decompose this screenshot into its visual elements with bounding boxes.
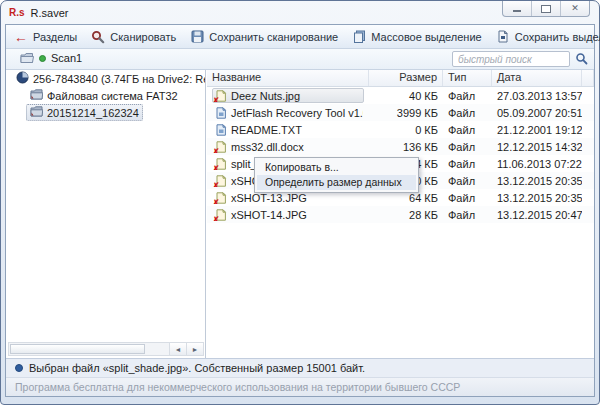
file-name-cell: README.TXT <box>207 122 369 137</box>
main-toolbar: ←РазделыСканироватьСохранить сканировани… <box>6 25 594 49</box>
deleted-file-icon: ✗ <box>215 90 227 102</box>
toolbar-button-save-selected[interactable]: Сохранить выделенное <box>496 30 600 44</box>
window-title: R.saver <box>31 7 69 19</box>
file-date-cell: 12.12.2015 14:32:50 <box>492 141 582 153</box>
file-type-cell: Файл <box>443 107 492 119</box>
scroll-right-button[interactable]: ► <box>187 342 204 356</box>
column-header-2[interactable]: Тип <box>443 70 492 86</box>
maximize-icon <box>541 5 551 13</box>
file-list-header: НазваниеРазмерТипДата <box>207 70 594 87</box>
scrollbar-track[interactable] <box>8 342 170 356</box>
scrollbar-thumb[interactable] <box>10 344 145 354</box>
context-menu-item[interactable]: Копировать в... <box>257 160 416 175</box>
file-date-cell: 05.09.2007 20:51:48 <box>492 107 582 119</box>
file-name-cell: ✗mss32.dll.docx <box>207 139 369 154</box>
file-name-cell: ✗Deez Nuts.jpg <box>207 88 369 103</box>
file-name-box: ✗mss32.dll.docx <box>212 139 364 154</box>
file-size-cell: 64 КБ <box>369 192 443 204</box>
tree-item-inner: Файловая система FAT32 <box>26 87 182 104</box>
tree-item[interactable]: 256-7843840 (3.74ГБ на Drive2: Removable… <box>6 70 205 87</box>
maximize-button[interactable] <box>531 1 560 16</box>
search-button[interactable] <box>573 52 589 67</box>
table-row[interactable]: ✗mss32.dll.docx136 КБФайл12.12.2015 14:3… <box>207 138 594 155</box>
deleted-file-icon: ✗ <box>215 158 227 170</box>
table-row[interactable]: ✗Deez Nuts.jpg40 КБФайл27.03.2013 13:57:… <box>207 87 594 104</box>
tree-horizontal-scrollbar[interactable]: ◄ ► <box>8 342 204 356</box>
column-header-0[interactable]: Название <box>207 70 369 86</box>
toolbar-button-save-scan[interactable]: Сохранить сканирование <box>190 30 338 44</box>
scan-tab[interactable]: Scan1 <box>20 51 82 65</box>
table-row[interactable]: ✗xSHOT-14.JPG28 КБФайл13.12.2015 20:47:2… <box>207 206 594 223</box>
file-date-cell: 13.12.2015 20:47:24 <box>492 209 582 221</box>
file-list-panel: НазваниеРазмерТипДата ✗Deez Nuts.jpg40 К… <box>207 70 594 358</box>
deleted-x-mark: ✗ <box>212 182 220 189</box>
deleted-x-mark: ✗ <box>212 148 220 155</box>
scroll-left-button[interactable]: ◄ <box>170 342 187 356</box>
toolbar-button-label: Разделы <box>33 31 77 43</box>
deleted-file-icon: ✗ <box>215 209 227 221</box>
tree-item-label: Файловая система FAT32 <box>47 90 178 102</box>
toolbar-button-mass-select[interactable]: Массовое выделение <box>352 30 481 44</box>
file-type-cell: Файл <box>443 209 492 221</box>
toolbar-button-label: Массовое выделение <box>371 31 481 43</box>
folder-icon <box>30 106 43 119</box>
scan-tab-label: Scan1 <box>51 52 82 64</box>
file-date-cell: 13.12.2015 20:35:18 <box>492 192 582 204</box>
device-tree-panel: 256-7843840 (3.74ГБ на Drive2: Removable… <box>6 70 206 358</box>
copy-pages-icon <box>352 30 366 44</box>
toolbar-button-label: Сохранить выделенное <box>515 31 600 43</box>
toolbar-button-scan[interactable]: Сканировать <box>91 30 176 44</box>
file-name-box: ✗Deez Nuts.jpg <box>212 88 364 103</box>
file-size-cell: 136 КБ <box>369 141 443 153</box>
file-name-box: README.TXT <box>212 122 364 137</box>
tree-item[interactable]: 20151214_162324 <box>6 104 205 121</box>
file-date-cell: 27.03.2013 13:57:20 <box>492 90 582 102</box>
file-list: ✗Deez Nuts.jpg40 КБФайл27.03.2013 13:57:… <box>207 87 594 223</box>
license-text: Программа бесплатна для некоммерческого … <box>15 381 460 393</box>
minimize-button[interactable] <box>503 1 531 16</box>
file-type-cell: Файл <box>443 90 492 102</box>
floppy-icon <box>190 30 204 44</box>
toolbar-button-label: Сканировать <box>110 31 176 43</box>
blue-dot-icon <box>15 364 23 372</box>
column-header-1[interactable]: Размер <box>369 70 443 86</box>
toolbar-button-sections[interactable]: ←Разделы <box>14 30 77 44</box>
table-row[interactable]: JetFlash Recovery Tool v1.0.12.exe3999 К… <box>207 104 594 121</box>
main-area: 256-7843840 (3.74ГБ на Drive2: Removable… <box>6 70 594 358</box>
file-size-cell: 40 КБ <box>369 90 443 102</box>
file-icon <box>215 107 227 119</box>
file-name-label: mss32.dll.docx <box>231 141 304 153</box>
table-row[interactable]: README.TXT0 КБФайл21.12.2001 19:12:36 <box>207 121 594 138</box>
close-icon: ✕ <box>571 4 579 13</box>
back-arrow-icon: ← <box>14 30 28 44</box>
status-bar: Выбран файл «split_shade.jpg». Собственн… <box>6 358 594 377</box>
app-window: R.s R.saver ✕ ←РазделыСканироватьСохрани… <box>0 0 600 405</box>
tree-item-label: 256-7843840 (3.74ГБ на Drive2: Removable… <box>33 73 206 85</box>
scan-folder-icon <box>20 51 34 65</box>
scan-tab-bar: Scan1 <box>6 49 594 70</box>
file-name-label: Deez Nuts.jpg <box>231 90 300 102</box>
file-icon <box>215 124 227 136</box>
search-input[interactable] <box>452 51 570 67</box>
close-button[interactable]: ✕ <box>560 1 589 16</box>
tree-item[interactable]: Файловая система FAT32 <box>6 87 205 104</box>
file-date-cell: 21.12.2001 19:12:36 <box>492 124 582 136</box>
file-size-cell: 3999 КБ <box>369 107 443 119</box>
context-menu: Копировать в...Определить размер данных <box>254 157 419 193</box>
deleted-x-mark: ✗ <box>212 216 220 223</box>
file-name-cell: ✗xSHOT-14.JPG <box>207 207 369 222</box>
context-menu-item[interactable]: Определить размер данных <box>257 175 416 190</box>
file-name-label: JetFlash Recovery Tool v1.0.12.exe <box>231 107 364 119</box>
deleted-file-icon: ✗ <box>215 175 227 187</box>
drive-icon <box>16 71 29 86</box>
deleted-file-icon: ✗ <box>215 192 227 204</box>
column-header-3[interactable]: Дата <box>492 70 582 86</box>
file-type-cell: Файл <box>443 124 492 136</box>
file-size-cell: 28 КБ <box>369 209 443 221</box>
file-name-label: README.TXT <box>231 124 302 136</box>
file-date-cell: 13.12.2015 20:35:08 <box>492 175 582 187</box>
deleted-x-mark: ✗ <box>212 165 220 172</box>
column-header-extra <box>582 70 594 86</box>
file-type-cell: Файл <box>443 158 492 170</box>
file-date-cell: 11.06.2013 07:22:10 <box>492 158 582 170</box>
